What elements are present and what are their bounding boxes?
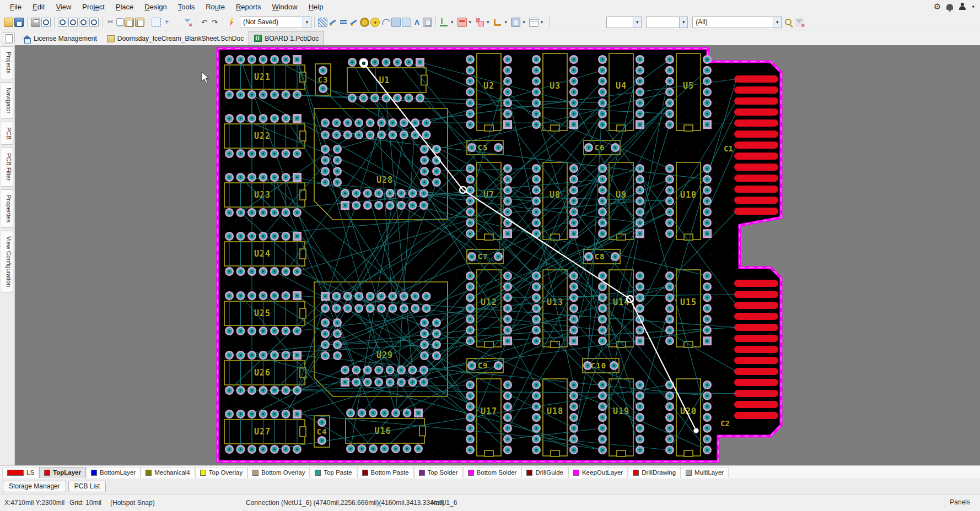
- fill-icon[interactable]: [391, 18, 401, 27]
- redo-icon[interactable]: ↷: [210, 18, 219, 27]
- variant-combo[interactable]: ▾: [606, 17, 642, 28]
- mask-combo[interactable]: ▾: [646, 17, 688, 28]
- align-caret-icon[interactable]: ▾: [449, 19, 455, 25]
- panels-button[interactable]: Panels: [945, 497, 974, 508]
- union-icon[interactable]: [475, 18, 484, 27]
- open-icon[interactable]: [4, 18, 13, 27]
- menu-edit[interactable]: Edit: [27, 1, 50, 13]
- menu-tools[interactable]: Tools: [173, 1, 200, 13]
- sidebar-tab-pcb-filter[interactable]: PCB Filter: [1, 148, 13, 186]
- doc-tab-license-management[interactable]: License Management: [18, 32, 102, 45]
- combo-arrow-icon[interactable]: ▾: [773, 17, 781, 28]
- dimension-caret-icon[interactable]: ▾: [503, 19, 509, 25]
- scope-combo[interactable]: (All)▾: [692, 17, 782, 28]
- pad-icon[interactable]: [360, 18, 369, 27]
- via-icon[interactable]: [370, 18, 380, 27]
- cross-probe-icon[interactable]: [173, 18, 182, 27]
- polygon-pour-icon[interactable]: [402, 18, 411, 27]
- undo-icon[interactable]: ↶: [200, 18, 209, 27]
- zoom-in-icon[interactable]: [79, 18, 88, 27]
- layer-tab-toplayer[interactable]: TopLayer: [39, 467, 86, 478]
- doc-tab-board-1-pcbdoc[interactable]: BOARD 1.PcbDoc: [249, 31, 324, 45]
- combo-arrow-icon[interactable]: ▾: [633, 17, 641, 28]
- menu-window[interactable]: Window: [266, 1, 303, 13]
- save-icon[interactable]: [14, 18, 24, 27]
- zoom-selection-icon[interactable]: [89, 18, 99, 27]
- bottom-tab-pcb-list[interactable]: PCB List: [68, 481, 106, 492]
- layer-tab-bottom-overlay[interactable]: Bottom Overlay: [247, 467, 310, 478]
- menu-place[interactable]: Place: [110, 1, 139, 13]
- clear-filter-icon[interactable]: [795, 18, 804, 27]
- copy-icon[interactable]: [116, 18, 123, 26]
- cut-icon[interactable]: ✂: [106, 18, 115, 27]
- refdes-label: U24: [254, 249, 271, 259]
- sidebar-tab-pcb[interactable]: PCB: [1, 122, 13, 145]
- user-menu-caret-icon[interactable]: ▾: [972, 4, 974, 9]
- snippet-combo[interactable]: (Not Saved)▾: [240, 17, 311, 28]
- rooms-caret-icon[interactable]: ▾: [467, 19, 473, 25]
- move-icon[interactable]: +: [162, 18, 171, 27]
- current-layer-tab[interactable]: LS: [2, 467, 39, 478]
- settings-icon[interactable]: ⚙: [934, 2, 941, 12]
- notifications-icon[interactable]: [946, 4, 953, 10]
- sidebar-tab-navigator[interactable]: Navigator: [1, 82, 13, 119]
- doc-tab-doomsday_icecream_blanksheet-schdoc[interactable]: Doomsday_IceCream_BlankSheet.SchDoc: [102, 32, 249, 45]
- combo-arrow-icon[interactable]: ▾: [679, 17, 687, 28]
- paste-special-caret-icon[interactable]: ▾: [521, 19, 527, 25]
- sidebar-tab-properties[interactable]: Properties: [1, 189, 13, 228]
- interactive-route-icon[interactable]: [329, 18, 338, 27]
- align-icon[interactable]: [439, 18, 449, 27]
- multi-route-icon[interactable]: [349, 18, 359, 27]
- arc-icon[interactable]: [381, 18, 390, 27]
- diff-pair-route-icon[interactable]: [339, 18, 348, 27]
- select-magnifier-icon[interactable]: [784, 18, 794, 27]
- sidebar-tab-projects[interactable]: Projects: [1, 46, 13, 79]
- layer-tab-keepoutlayer[interactable]: KeepOutLayer: [568, 467, 628, 478]
- hatch-region-icon[interactable]: [318, 18, 327, 27]
- layer-tab-top-paste[interactable]: Top Paste: [310, 467, 357, 478]
- paste-icon[interactable]: [125, 18, 134, 27]
- string-icon[interactable]: A: [412, 18, 422, 27]
- layer-tab-bottom-solder[interactable]: Bottom Solder: [463, 467, 522, 478]
- clear-filter-icon[interactable]: [183, 18, 192, 27]
- wizard-icon[interactable]: [227, 18, 236, 27]
- sidebar-tab-view-configuration[interactable]: View Configuration: [1, 231, 13, 292]
- print-icon[interactable]: [31, 18, 40, 27]
- layer-tab-multilayer[interactable]: MultiLayer: [681, 467, 729, 478]
- dimension-icon[interactable]: [493, 18, 503, 27]
- menu-reports[interactable]: Reports: [230, 1, 267, 13]
- select-area-icon[interactable]: [152, 18, 161, 27]
- connection-readout: Connection (NetU1_6) (4740mil,2256.666mi…: [246, 499, 444, 507]
- paste-array-icon[interactable]: [135, 18, 144, 27]
- layer-tab-mechanical4[interactable]: Mechanical4: [141, 467, 195, 478]
- union-caret-icon[interactable]: ▾: [485, 19, 491, 25]
- layer-tab-bottomlayer[interactable]: BottomLayer: [86, 467, 141, 478]
- layer-tab-drilldrawing[interactable]: DrillDrawing: [628, 467, 681, 478]
- component-icon[interactable]: [423, 18, 432, 27]
- snippet-combo-arrow-icon[interactable]: ▾: [303, 17, 311, 28]
- zoom-window-icon[interactable]: [58, 18, 67, 27]
- menu-file[interactable]: File: [4, 1, 27, 13]
- menu-view[interactable]: View: [50, 1, 77, 13]
- bottom-tab-storage-manager[interactable]: Storage Manager: [3, 481, 66, 492]
- layer-tab-bottom-paste[interactable]: Bottom Paste: [357, 467, 414, 478]
- menu-help[interactable]: Help: [303, 1, 329, 13]
- rooms-icon[interactable]: [457, 18, 467, 27]
- menu-design[interactable]: Design: [139, 1, 172, 13]
- board-layer-cur: [202, 72, 209, 83]
- paste-special-icon[interactable]: [511, 18, 520, 27]
- grid-caret-icon[interactable]: ▾: [539, 19, 545, 25]
- pcb-canvas[interactable]: C1C2U21U22U23U24U25U26U27U1U16U2U3U4U5U7…: [15, 45, 980, 465]
- layer-swatch: [91, 470, 97, 476]
- document-bar-options-button[interactable]: [3, 32, 15, 44]
- refdes-label: C1: [724, 144, 733, 153]
- grid-icon[interactable]: [529, 18, 539, 27]
- menu-project[interactable]: Project: [77, 1, 110, 13]
- layer-tab-top-overlay[interactable]: Top Overlay: [195, 467, 247, 478]
- user-icon[interactable]: [959, 3, 966, 10]
- layer-tab-top-solder[interactable]: Top Solder: [414, 467, 463, 478]
- zoom-document-icon[interactable]: [68, 18, 78, 27]
- menu-route[interactable]: Route: [200, 1, 230, 13]
- print-preview-icon[interactable]: [41, 18, 51, 27]
- layer-tab-drillguide[interactable]: DrillGuide: [521, 467, 568, 478]
